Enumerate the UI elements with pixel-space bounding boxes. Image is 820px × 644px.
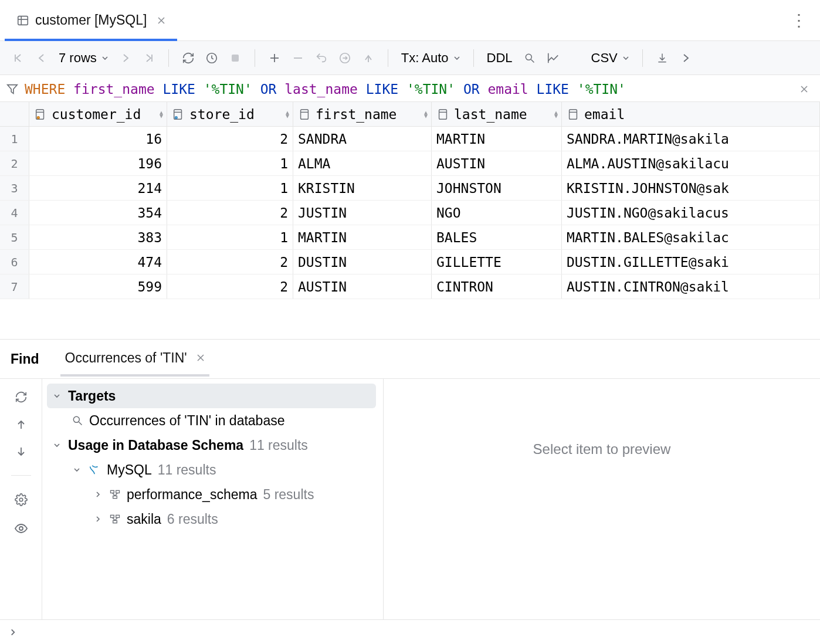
find-label[interactable]: Find	[11, 351, 39, 367]
chevron-right-icon[interactable]	[8, 628, 18, 637]
column-header-email[interactable]: email	[562, 102, 820, 126]
close-icon[interactable]	[196, 354, 205, 362]
filter-icon[interactable]	[6, 83, 19, 96]
more-menu-icon[interactable]: ⋮	[791, 11, 815, 30]
commit-icon[interactable]	[358, 48, 378, 69]
filter-expression[interactable]: WHERE first_name LIKE '%TIN' OR last_nam…	[25, 82, 626, 97]
cell-email[interactable]: KRISTIN.JOHNSTON@sak	[562, 176, 820, 200]
tree-node-targets[interactable]: Targets	[47, 384, 376, 408]
table-row[interactable]: 21961ALMAAUSTINALMA.AUSTIN@sakilacu	[0, 151, 820, 176]
stop-icon[interactable]	[225, 48, 245, 69]
cell-store-id[interactable]: 2	[167, 250, 293, 274]
tree-node-usage[interactable]: Usage in Database Schema 11 results	[47, 433, 376, 457]
cell-email[interactable]: DUSTIN.GILLETTE@saki	[562, 250, 820, 274]
first-page-icon[interactable]	[8, 48, 28, 69]
cell-store-id[interactable]: 2	[167, 201, 293, 225]
table-row[interactable]: 1162SANDRAMARTINSANDRA.MARTIN@sakila	[0, 127, 820, 151]
cell-first-name[interactable]: KRISTIN	[293, 176, 432, 200]
search-icon[interactable]	[520, 48, 540, 69]
find-panel-tabs: Find Occurrences of 'TIN'	[0, 340, 820, 378]
close-icon[interactable]	[800, 85, 812, 93]
or-keyword: OR	[463, 82, 480, 97]
export-format-label: CSV	[591, 50, 618, 66]
cell-customer-id[interactable]: 474	[29, 250, 167, 274]
cell-store-id[interactable]: 2	[167, 274, 293, 299]
cell-first-name[interactable]: ALMA	[293, 151, 432, 175]
svg-point-24	[38, 116, 40, 118]
table-row[interactable]: 64742DUSTINGILLETTEDUSTIN.GILLETTE@saki	[0, 250, 820, 274]
column-header-customer-id[interactable]: customer_id ▲▼	[29, 102, 167, 126]
cell-customer-id[interactable]: 214	[29, 176, 167, 200]
chart-icon[interactable]	[543, 48, 563, 69]
cell-first-name[interactable]: DUSTIN	[293, 250, 432, 274]
tree-node-mysql[interactable]: MySQL 11 results	[47, 457, 376, 482]
next-page-icon[interactable]	[116, 48, 135, 69]
cell-last-name[interactable]: AUSTIN	[432, 151, 562, 175]
table-row[interactable]: 43542JUSTINNGOJUSTIN.NGO@sakilacus	[0, 201, 820, 225]
refresh-icon[interactable]	[15, 391, 28, 404]
cell-first-name[interactable]: AUSTIN	[293, 274, 432, 299]
next-occurrence-icon[interactable]	[15, 446, 27, 457]
download-icon[interactable]	[652, 48, 672, 69]
cell-email[interactable]: JUSTIN.NGO@sakilacus	[562, 201, 820, 225]
prev-occurrence-icon[interactable]	[15, 419, 27, 431]
close-icon[interactable]	[157, 16, 165, 25]
cell-customer-id[interactable]: 196	[29, 151, 167, 175]
table-row[interactable]: 53831MARTINBALESMARTIN.BALES@sakilac	[0, 225, 820, 250]
prev-page-icon[interactable]	[32, 48, 52, 69]
tree-node-targets-child[interactable]: Occurrences of 'TIN' in database	[47, 408, 376, 433]
cell-store-id[interactable]: 1	[167, 151, 293, 175]
cell-first-name[interactable]: MARTIN	[293, 225, 432, 249]
tree-node-performance-schema[interactable]: performance_schema 5 results	[47, 482, 376, 507]
tab-customer[interactable]: customer [MySQL]	[5, 0, 177, 40]
last-page-icon[interactable]	[139, 48, 159, 69]
preview-icon[interactable]	[14, 521, 28, 535]
reload-icon[interactable]	[178, 48, 198, 69]
delete-row-icon[interactable]	[288, 48, 308, 69]
column-header-last-name[interactable]: last_name ▲▼	[432, 102, 562, 126]
table-row[interactable]: 75992AUSTINCINTRONAUSTIN.CINTRON@sakil	[0, 274, 820, 299]
cell-last-name[interactable]: NGO	[432, 201, 562, 225]
cell-last-name[interactable]: GILLETTE	[432, 250, 562, 274]
tx-mode-dropdown[interactable]: Tx: Auto	[398, 48, 464, 69]
cell-last-name[interactable]: JOHNSTON	[432, 176, 562, 200]
cell-last-name[interactable]: MARTIN	[432, 127, 562, 151]
find-panel: Find Occurrences of 'TIN'	[0, 339, 820, 644]
table-row[interactable]: 32141KRISTINJOHNSTONKRISTIN.JOHNSTON@sak	[0, 176, 820, 201]
cell-customer-id[interactable]: 354	[29, 201, 167, 225]
cell-customer-id[interactable]: 383	[29, 225, 167, 249]
submit-icon[interactable]	[335, 48, 355, 69]
svg-rect-48	[116, 515, 120, 517]
cell-store-id[interactable]: 2	[167, 127, 293, 151]
svg-line-45	[113, 493, 115, 496]
svg-rect-49	[113, 521, 117, 523]
row-count-dropdown[interactable]: 7 rows	[55, 48, 112, 69]
tree-node-sakila[interactable]: sakila 6 results	[47, 507, 376, 531]
cell-last-name[interactable]: BALES	[432, 225, 562, 249]
svg-point-38	[19, 498, 23, 501]
cell-store-id[interactable]: 1	[167, 176, 293, 200]
history-icon[interactable]	[202, 48, 222, 69]
cell-email[interactable]: MARTIN.BALES@sakilac	[562, 225, 820, 249]
ddl-button[interactable]: DDL	[483, 48, 516, 69]
revert-icon[interactable]	[311, 48, 331, 69]
cell-email[interactable]: AUSTIN.CINTRON@sakil	[562, 274, 820, 299]
column-label: customer_id	[52, 107, 141, 122]
cell-first-name[interactable]: SANDRA	[293, 127, 432, 151]
chevron-down-icon	[622, 55, 629, 62]
export-format-dropdown[interactable]: CSV	[588, 48, 633, 69]
tab-occurrences[interactable]: Occurrences of 'TIN'	[65, 350, 205, 368]
cell-email[interactable]: SANDRA.MARTIN@sakila	[562, 127, 820, 151]
cell-first-name[interactable]: JUSTIN	[293, 201, 432, 225]
svg-rect-47	[111, 515, 114, 517]
gear-icon[interactable]	[15, 493, 28, 506]
expand-icon[interactable]	[676, 48, 696, 69]
column-header-first-name[interactable]: first_name ▲▼	[293, 102, 432, 126]
cell-last-name[interactable]: CINTRON	[432, 274, 562, 299]
cell-customer-id[interactable]: 16	[29, 127, 167, 151]
cell-customer-id[interactable]: 599	[29, 274, 167, 299]
cell-email[interactable]: ALMA.AUSTIN@sakilacu	[562, 151, 820, 175]
cell-store-id[interactable]: 1	[167, 225, 293, 249]
add-row-icon[interactable]	[265, 48, 284, 69]
column-header-store-id[interactable]: store_id ▲▼	[167, 102, 293, 126]
